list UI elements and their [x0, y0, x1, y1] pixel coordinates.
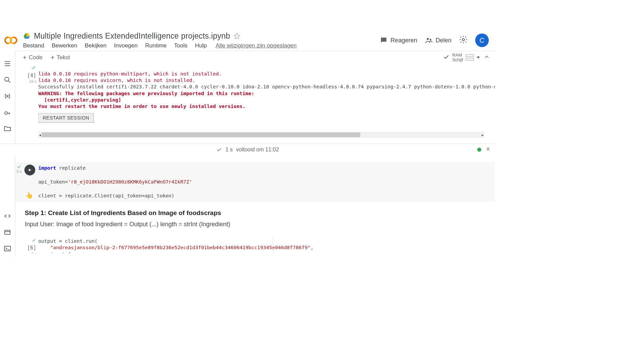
restart-session-button[interactable]: RESTART SESSION: [38, 113, 94, 123]
output-line: WARNING: The following packages were pre…: [38, 91, 254, 96]
add-text-button[interactable]: + Tekst: [51, 54, 70, 61]
svg-point-8: [5, 77, 9, 81]
menu-file[interactable]: Bestand: [23, 42, 44, 49]
connection-status-icon: [477, 148, 481, 152]
code-snippets-icon[interactable]: [0, 208, 15, 224]
status-duration: 1 s: [225, 147, 233, 153]
menu-runtime[interactable]: Runtime: [145, 42, 166, 49]
svg-rect-10: [5, 230, 10, 234]
horizontal-scrollbar[interactable]: ◀ ▶: [38, 132, 484, 138]
scrollbar-thumb[interactable]: [42, 132, 360, 137]
react-button[interactable]: Reageren: [380, 36, 417, 44]
column-guide: [273, 238, 273, 253]
resource-bars: [466, 54, 474, 61]
menu-edit[interactable]: Bewerken: [52, 42, 77, 49]
code-token: output: [38, 238, 59, 244]
scroll-right-icon[interactable]: ▶: [482, 133, 484, 137]
execution-count: [4]: [27, 72, 36, 79]
markdown-cell[interactable]: Step 1: Create List of Ingredients Based…: [15, 202, 495, 233]
star-icon[interactable]: [234, 33, 240, 39]
output-line: [certifi,cycler,pyparsing]: [38, 97, 121, 103]
code-token: {: [68, 252, 71, 253]
svg-point-7: [462, 39, 465, 41]
svg-point-6: [429, 39, 431, 41]
variables-icon[interactable]: [0, 88, 15, 104]
svg-rect-11: [4, 246, 11, 251]
cell-code-2[interactable]: 0 s import replicate api_token='r8_ejO18…: [15, 162, 495, 201]
secrets-icon[interactable]: [0, 104, 15, 121]
colab-logo[interactable]: [3, 33, 18, 48]
code-token: import: [38, 165, 56, 171]
code-token: input: [38, 252, 65, 253]
check-icon: [216, 147, 222, 153]
code-token: ,: [310, 245, 314, 250]
add-code-label: Code: [29, 54, 43, 61]
svg-point-9: [5, 112, 7, 114]
code-editor[interactable]: import replicate api_token='r8_ejO18KkDO…: [38, 165, 495, 199]
output-line: lida 0.0.10 requires python-multipart, w…: [38, 71, 222, 77]
share-button[interactable]: Delen: [425, 36, 451, 44]
title-area: Multiple Ingredients ExtendedIntelligenc…: [23, 31, 376, 50]
output-line: lida 0.0.10 requires uvicorn, which is n…: [38, 78, 195, 83]
markdown-paragraph: Input User: Image of food Ingredient = O…: [25, 221, 495, 228]
runtime-status[interactable]: RAM Schijf: [443, 53, 480, 62]
status-completed: voltooid om 11:02: [236, 147, 279, 153]
markdown-heading: Step 1: Create List of Ingredients Based…: [25, 209, 495, 217]
svg-point-5: [427, 38, 429, 40]
menu-tools[interactable]: Tools: [174, 42, 188, 49]
plus-icon: +: [51, 54, 55, 61]
drive-icon: [23, 32, 31, 40]
menu-view[interactable]: Bekijken: [85, 42, 106, 49]
terminal-icon[interactable]: [0, 240, 15, 257]
save-status[interactable]: Alle wijzigingen zijn opgeslagen: [216, 42, 297, 49]
scroll-left-icon[interactable]: ◀: [39, 133, 41, 137]
toolbar: + Code + Tekst RAM Schijf: [15, 51, 495, 64]
code-token: replicate: [56, 165, 85, 171]
check-icon: [443, 54, 449, 61]
menu-insert[interactable]: Invoegen: [114, 42, 138, 49]
cursor-icon: 👆: [25, 192, 33, 199]
notebook-area: [4] 19 s lida 0.0.10 requires python-mul…: [15, 64, 495, 253]
execution-time: 0 s: [17, 169, 22, 173]
output-line: Successfully installed certifi-2023.7.22…: [38, 84, 495, 89]
execution-count: [6]: [27, 245, 36, 251]
toc-icon[interactable]: [0, 56, 15, 72]
menu-help[interactable]: Hulp: [195, 42, 207, 49]
cell-code-3[interactable]: [6] 2 s output = client.run( "andreasjan…: [15, 238, 495, 253]
execution-time: 2 s: [31, 252, 36, 253]
code-token: api_token: [38, 179, 65, 185]
files-icon[interactable]: [0, 121, 15, 137]
header: Multiple Ingredients ExtendedIntelligenc…: [0, 30, 495, 51]
check-icon: [32, 238, 36, 244]
share-label: Delen: [436, 37, 451, 44]
execution-time: 19 s: [29, 79, 36, 83]
add-code-button[interactable]: + Code: [23, 54, 42, 61]
status-bar: 1 s voltooid om 11:02: [0, 144, 495, 155]
command-palette-icon[interactable]: [0, 224, 15, 240]
react-label: Reageren: [390, 37, 417, 44]
code-token: "andreasjansson/blip-2:f677695e5e89f8b23…: [50, 245, 310, 250]
document-title[interactable]: Multiple Ingredients ExtendedIntelligenc…: [34, 31, 230, 41]
add-text-label: Tekst: [57, 54, 70, 61]
code-token: 'r8_ejO18KkDO1H2980z8KMK6ykCaFWnO7r4IkR7…: [68, 179, 192, 185]
chevron-down-icon[interactable]: [477, 57, 480, 59]
run-button[interactable]: [24, 165, 35, 175]
output-line: You must restart the runtime in order to…: [38, 104, 245, 109]
check-icon: [31, 65, 36, 72]
settings-icon[interactable]: [459, 35, 468, 45]
menu-bar: Bestand Bewerken Bekijken Invoegen Runti…: [23, 42, 376, 50]
code-token: replicate.Client(api_token: [62, 193, 142, 198]
disk-label: Schijf: [452, 58, 463, 62]
user-avatar[interactable]: C: [475, 34, 489, 47]
close-icon[interactable]: [485, 146, 491, 153]
cell-output-1: [4] 19 s lida 0.0.10 requires python-mul…: [15, 64, 495, 157]
code-editor[interactable]: output = client.run( "andreasjansson/bli…: [38, 238, 495, 253]
collapse-button[interactable]: [483, 54, 490, 62]
code-token: client: [38, 193, 59, 198]
search-icon[interactable]: [0, 72, 15, 88]
code-token: api_token): [145, 193, 174, 198]
avatar-initial: C: [480, 37, 484, 44]
plus-icon: +: [23, 54, 27, 61]
ram-label: RAM: [452, 53, 463, 58]
code-token: client.run(: [62, 238, 98, 244]
